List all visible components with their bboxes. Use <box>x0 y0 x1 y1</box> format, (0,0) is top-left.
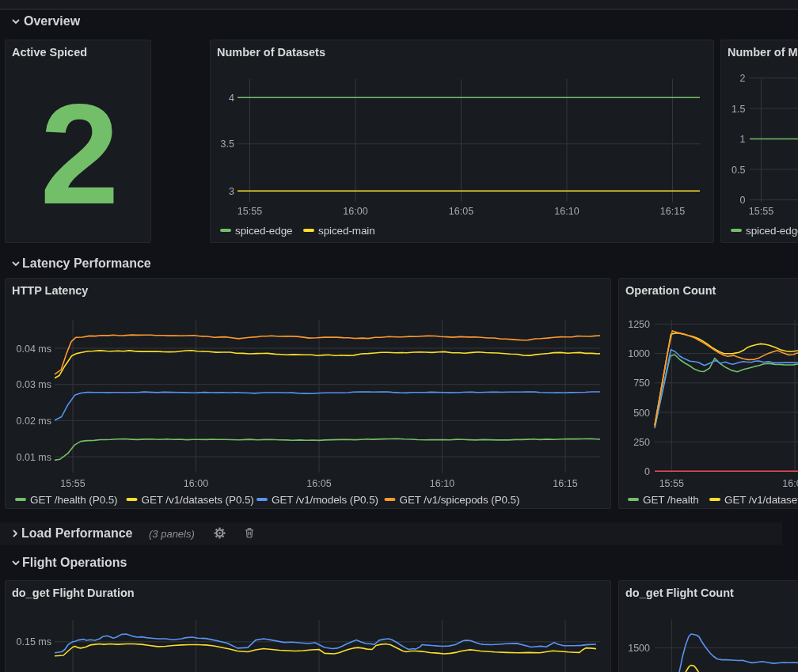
svg-text:16:05: 16:05 <box>306 478 331 489</box>
svg-text:1000: 1000 <box>628 348 650 359</box>
svg-text:15:55: 15:55 <box>60 478 85 489</box>
svg-text:spiced-edge: spiced-edge <box>746 225 798 237</box>
svg-text:250: 250 <box>633 437 650 448</box>
svg-text:GET /v1/datasets: GET /v1/datasets <box>724 494 798 506</box>
svg-text:16:00: 16:00 <box>782 478 798 489</box>
svg-text:3.5: 3.5 <box>221 139 234 150</box>
svg-text:1: 1 <box>740 134 746 145</box>
svg-text:15:55: 15:55 <box>238 206 262 217</box>
svg-text:1250: 1250 <box>628 319 650 330</box>
svg-text:0: 0 <box>644 466 650 477</box>
svg-text:16:00: 16:00 <box>184 478 208 489</box>
svg-text:spiced-main: spiced-main <box>318 225 375 237</box>
svg-text:2: 2 <box>740 73 746 84</box>
svg-text:0: 0 <box>740 195 746 206</box>
svg-text:16:00: 16:00 <box>343 206 367 217</box>
svg-text:500: 500 <box>633 408 650 419</box>
svg-text:3: 3 <box>229 186 234 197</box>
svg-text:16:05: 16:05 <box>449 206 473 217</box>
svg-text:0.03 ms: 0.03 ms <box>17 379 51 390</box>
svg-text:15:55: 15:55 <box>659 478 684 489</box>
svg-text:GET /v1/spicepods (P0.5): GET /v1/spicepods (P0.5) <box>400 494 520 506</box>
svg-text:GET /health (P0.5): GET /health (P0.5) <box>30 494 118 506</box>
svg-text:15:55: 15:55 <box>749 206 773 217</box>
svg-text:0.01 ms: 0.01 ms <box>17 452 51 463</box>
svg-text:16:15: 16:15 <box>553 478 577 489</box>
svg-text:GET /v1/datasets (P0.5): GET /v1/datasets (P0.5) <box>142 494 254 506</box>
svg-text:spiced-edge: spiced-edge <box>235 225 292 237</box>
svg-text:1500: 1500 <box>628 643 650 654</box>
svg-text:GET /health: GET /health <box>643 494 699 506</box>
svg-text:4: 4 <box>229 93 234 104</box>
svg-text:0.04 ms: 0.04 ms <box>17 344 51 355</box>
svg-text:16:10: 16:10 <box>554 206 579 217</box>
svg-text:GET /v1/models (P0.5): GET /v1/models (P0.5) <box>272 494 378 506</box>
svg-text:16:15: 16:15 <box>660 206 685 217</box>
svg-text:750: 750 <box>633 378 650 389</box>
svg-text:0.02 ms: 0.02 ms <box>17 416 51 427</box>
svg-text:1.5: 1.5 <box>732 104 745 115</box>
svg-text:0.5: 0.5 <box>732 165 745 176</box>
svg-text:16:10: 16:10 <box>430 478 454 489</box>
svg-text:0.15 ms: 0.15 ms <box>17 636 51 647</box>
